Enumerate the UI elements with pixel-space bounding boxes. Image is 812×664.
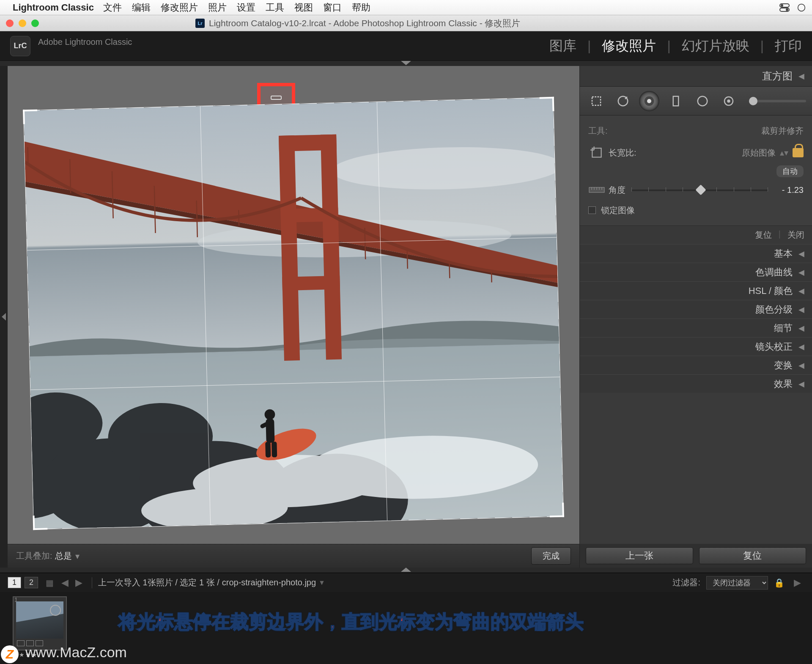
tab-library[interactable]: 图库 — [549, 37, 576, 55]
menu-file[interactable]: 文件 — [103, 1, 122, 14]
canvas-area: 工具叠加: 总是 ▾ 完成 — [8, 66, 579, 568]
monitor-2-button[interactable]: 2 — [25, 577, 38, 588]
reset-all-button[interactable]: 复位 — [699, 547, 807, 564]
crop-handle-br[interactable] — [549, 503, 564, 518]
svg-line-22 — [239, 210, 239, 226]
nav-back-icon[interactable]: ◀ — [61, 577, 69, 588]
main-area: 工具叠加: 总是 ▾ 完成 直方图◀ — [0, 66, 812, 568]
menu-view[interactable]: 视图 — [294, 1, 313, 14]
angle-slider[interactable] — [631, 186, 768, 194]
svg-rect-42 — [592, 97, 601, 105]
crop-handle-tl[interactable] — [23, 110, 38, 124]
menu-develop[interactable]: 修改照片 — [161, 1, 198, 14]
filter-lock-icon[interactable]: 🔒 — [774, 578, 785, 588]
aspect-updown-icon[interactable]: ▴▾ — [780, 148, 788, 158]
menubar-app-name[interactable]: Lightroom Classic — [13, 2, 94, 13]
tool-label: 工具: — [588, 125, 608, 137]
svg-marker-5 — [2, 313, 6, 321]
menu-photo[interactable]: 照片 — [208, 1, 227, 14]
top-panel-toggle[interactable] — [0, 61, 812, 66]
tab-slideshow[interactable]: 幻灯片放映 — [682, 37, 749, 55]
window-title: Lightroom Catalog-v10-2.lrcat - Adobe Ph… — [209, 17, 521, 29]
breadcrumb-collection[interactable]: 上一次导入 1张照片 / 选定 1 张 / — [98, 577, 219, 588]
lock-image-checkbox[interactable] — [588, 206, 596, 214]
svg-point-49 — [728, 100, 730, 102]
mask-slider[interactable] — [749, 100, 806, 102]
prev-photo-button[interactable]: 上一张 — [586, 547, 693, 564]
section-basic[interactable]: 基本◀ — [580, 244, 812, 263]
done-button[interactable]: 完成 — [531, 547, 571, 565]
watermark-badge-icon: Z — [1, 645, 19, 663]
aspect-ratio-value[interactable]: 原始图像 — [742, 147, 776, 159]
breadcrumb-dropdown-icon[interactable]: ▼ — [318, 579, 325, 587]
bottom-panel-toggle-up[interactable] — [0, 568, 812, 573]
image-canvas[interactable] — [8, 66, 579, 544]
watermark-text: www.MacZ.com — [25, 644, 127, 661]
angle-value[interactable]: - 1.23 — [774, 185, 804, 195]
section-hsl[interactable]: HSL / 颜色◀ — [580, 281, 812, 300]
filter-dropdown[interactable]: 关闭过滤器 — [706, 576, 768, 590]
svg-line-25 — [449, 263, 450, 278]
filmstrip[interactable]: ★★★★ 将光标悬停在裁剪边界外，直到光标变为弯曲的双端箭头 Z www.Mac… — [0, 592, 812, 664]
crop-handle-tr[interactable] — [540, 97, 554, 112]
crop-close-button[interactable]: 关闭 — [787, 229, 804, 241]
window-controls — [6, 19, 39, 27]
minimize-window-button[interactable] — [19, 19, 26, 27]
filter-collapse-icon[interactable]: ▶ — [794, 577, 801, 588]
section-detail[interactable]: 细节◀ — [580, 318, 812, 337]
tab-develop[interactable]: 修改照片 — [602, 37, 656, 55]
nav-forward-icon[interactable]: ▶ — [75, 577, 82, 588]
app-window: Lr Lightroom Catalog-v10-2.lrcat - Adobe… — [0, 15, 812, 664]
chevron-down-icon[interactable]: ▾ — [75, 551, 80, 561]
lock-image-label: 锁定图像 — [601, 205, 635, 216]
section-histogram[interactable]: 直方图◀ — [580, 66, 812, 86]
section-tone-curve[interactable]: 色调曲线◀ — [580, 263, 812, 281]
svg-rect-41 — [272, 442, 277, 457]
crop-tool-button[interactable] — [586, 91, 607, 111]
tab-print[interactable]: 打印 — [775, 37, 802, 55]
brush-tool-button[interactable] — [719, 91, 739, 111]
window-titlebar: Lr Lightroom Catalog-v10-2.lrcat - Adobe… — [0, 15, 812, 31]
crop-footer: 复位 | 关闭 — [580, 225, 812, 244]
section-effects[interactable]: 效果◀ — [580, 374, 812, 393]
photo-preview — [24, 98, 563, 529]
filter-label: 过滤器: — [672, 577, 700, 588]
spot-removal-button[interactable] — [613, 91, 633, 111]
section-lens-correction[interactable]: 镜头校正◀ — [580, 337, 812, 356]
angle-auto-button[interactable]: 自动 — [776, 165, 804, 177]
svg-point-47 — [698, 96, 708, 106]
close-window-button[interactable] — [6, 19, 14, 27]
crop-frame[interactable] — [24, 98, 563, 529]
redeye-tool-button[interactable] — [639, 91, 659, 111]
breadcrumb-filename[interactable]: crop-straighten-photo.jpg — [222, 578, 316, 587]
siri-icon[interactable] — [796, 3, 807, 12]
straighten-icon[interactable] — [588, 181, 605, 198]
canvas-toolbar: 工具叠加: 总是 ▾ 完成 — [8, 544, 579, 568]
macos-menubar: Lightroom Classic 文件 编辑 修改照片 照片 设置 工具 视图… — [0, 0, 812, 15]
menu-help[interactable]: 帮助 — [352, 1, 370, 14]
section-transform[interactable]: 变换◀ — [580, 356, 812, 374]
menu-window[interactable]: 窗口 — [323, 1, 342, 14]
tool-overlay-value[interactable]: 总是 — [55, 550, 72, 562]
crop-reset-button[interactable]: 复位 — [755, 229, 772, 241]
control-center-icon[interactable] — [779, 3, 790, 12]
panel-nav-buttons: 上一张 复位 — [580, 544, 812, 568]
aspect-lock-icon[interactable] — [793, 148, 804, 157]
module-tabs: 图库 | 修改照片 | 幻灯片放映 | 打印 — [549, 37, 802, 55]
angle-label: 角度 — [609, 184, 625, 196]
menu-settings[interactable]: 设置 — [237, 1, 255, 14]
section-color-grading[interactable]: 颜色分级◀ — [580, 300, 812, 318]
left-panel-toggle[interactable] — [0, 66, 8, 568]
histogram-label: 直方图 — [762, 69, 793, 83]
menu-edit[interactable]: 编辑 — [132, 1, 151, 14]
aspect-ratio-label: 长宽比: — [609, 147, 636, 159]
zoom-window-button[interactable] — [31, 19, 39, 27]
menu-tools[interactable]: 工具 — [266, 1, 284, 14]
crop-icon[interactable] — [588, 144, 605, 161]
crop-handle-bl[interactable] — [33, 515, 47, 530]
grid-view-icon[interactable]: ▦ — [46, 578, 54, 588]
thumbnail-1[interactable] — [13, 596, 67, 650]
monitor-1-button[interactable]: 1 — [8, 577, 21, 588]
graduated-filter-button[interactable] — [665, 91, 686, 111]
radial-filter-button[interactable] — [692, 91, 713, 111]
